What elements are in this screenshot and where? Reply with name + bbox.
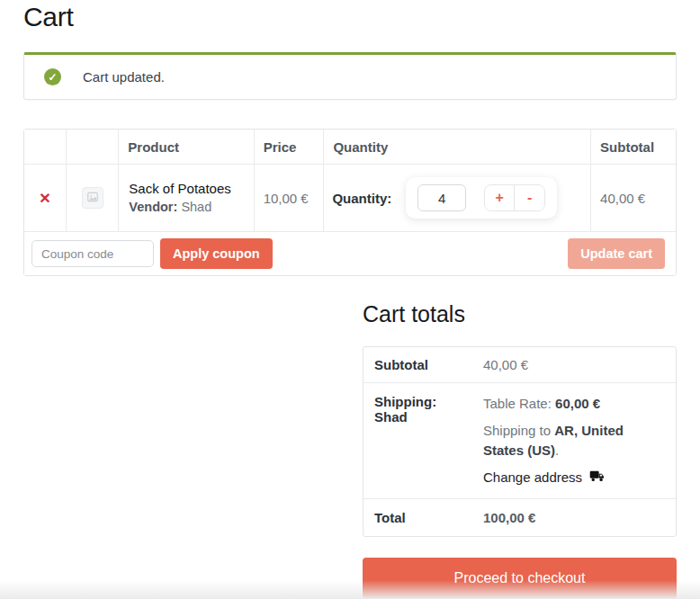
change-address-label: Change address	[483, 469, 582, 485]
total-row: Total 100,00 €	[363, 498, 676, 536]
total-value: 100,00 €	[483, 510, 535, 525]
vendor-label: Vendor:	[129, 200, 177, 214]
header-thumbnail	[67, 130, 120, 165]
cart-totals-table: Subtotal 40,00 € Shipping: Shad Table Ra…	[363, 346, 677, 537]
quantity-stepper-buttons: + -	[484, 184, 545, 211]
quantity-increase-button[interactable]: +	[485, 185, 515, 210]
shipping-label-line2: Shad	[374, 409, 472, 425]
shipping-to-suffix: .	[555, 443, 559, 458]
subtotal-row: Subtotal 40,00 €	[363, 347, 676, 382]
header-price: Price	[255, 130, 325, 165]
product-cell: Sack of Potatoes Vendor: Shad	[119, 165, 254, 232]
header-subtotal: Subtotal	[591, 130, 676, 165]
header-quantity: Quantity	[324, 130, 591, 165]
page-title: Cart	[23, 2, 677, 32]
product-vendor: Vendor: Shad	[129, 198, 243, 217]
remove-item-cell: ✕	[24, 165, 67, 232]
delivery-truck-icon	[589, 469, 605, 486]
shipping-row: Shipping: Shad Table Rate: 60,00 € Shipp…	[363, 382, 676, 498]
cart-updated-notice: ✓ Cart updated.	[23, 52, 677, 100]
price-cell: 10,00 €	[255, 165, 325, 232]
cart-table: Product Price Quantity Subtotal ✕	[23, 129, 677, 276]
line-subtotal-cell: 40,00 €	[591, 165, 676, 232]
thumbnail-cell	[67, 165, 120, 232]
product-name-link[interactable]: Sack of Potatoes	[129, 179, 243, 199]
coupon-code-input[interactable]	[31, 240, 154, 267]
shipping-details: Table Rate: 60,00 € Shipping to AR, Unit…	[472, 382, 676, 498]
product-thumbnail[interactable]	[82, 187, 103, 209]
subtotal-value: 40,00 €	[472, 347, 676, 382]
subtotal-label: Subtotal	[363, 347, 472, 382]
quantity-label: Quantity:	[332, 191, 391, 206]
notice-message: Cart updated.	[83, 69, 165, 85]
shipping-cost: 60,00 €	[555, 396, 600, 411]
cart-item-row: ✕ Sack of Potatoes Vendor:	[24, 165, 676, 232]
shipping-label: Shipping: Shad	[363, 382, 472, 498]
shipping-label-line1: Shipping:	[374, 394, 472, 409]
cart-actions-row: Apply coupon Update cart	[24, 232, 676, 275]
shipping-destination-line: Shipping to AR, United States (US).	[483, 421, 665, 461]
cart-totals-section: Cart totals Subtotal 40,00 € Shipping: S…	[363, 301, 677, 599]
page-content: Cart ✓ Cart updated. Product Price Quant…	[23, 0, 677, 599]
shipping-method-label: Table Rate:	[483, 396, 552, 411]
total-label: Total	[363, 498, 472, 536]
shipping-to-prefix: Shipping to	[483, 423, 554, 438]
header-product: Product	[119, 130, 254, 165]
vendor-name: Shad	[181, 200, 211, 214]
quantity-decrease-button[interactable]: -	[515, 185, 544, 210]
quantity-stepper: + -	[406, 177, 557, 219]
page-bottom-fade	[0, 580, 700, 599]
quantity-cell: Quantity: + -	[324, 165, 591, 232]
quantity-input[interactable]	[417, 184, 466, 211]
update-cart-button[interactable]: Update cart	[568, 238, 665, 269]
shipping-rate-line: Table Rate: 60,00 €	[483, 394, 665, 415]
check-circle-icon: ✓	[44, 68, 61, 85]
apply-coupon-button[interactable]: Apply coupon	[160, 238, 273, 269]
cart-totals-title: Cart totals	[363, 301, 677, 327]
remove-item-icon[interactable]: ✕	[39, 190, 50, 207]
cart-header-row: Product Price Quantity Subtotal	[24, 130, 676, 165]
image-placeholder-icon	[86, 191, 99, 206]
header-remove	[24, 130, 67, 165]
change-address-link[interactable]: Change address	[483, 469, 665, 486]
